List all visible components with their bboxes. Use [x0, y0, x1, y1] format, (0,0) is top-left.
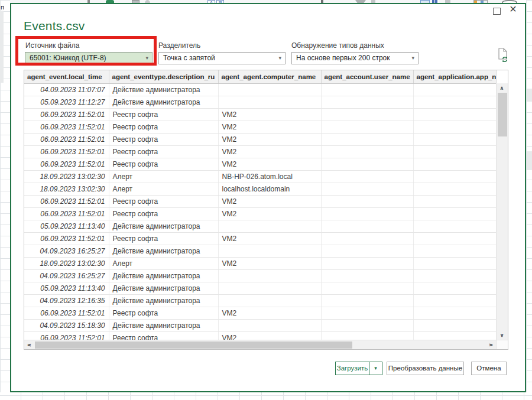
table-cell: 06.09.2023 11:52:01 [24, 145, 109, 158]
table-cell: VM2 [218, 207, 321, 220]
table-cell: 04.09.2023 15:18:30 [24, 319, 109, 331]
close-icon: ✕ [509, 4, 517, 14]
preview-table: agent_event.local_timeagent_eventtype.de… [24, 70, 497, 344]
table-cell: VM2 [218, 195, 321, 207]
table-cell [321, 257, 413, 269]
excel-grid-bottom [0, 392, 532, 400]
table-cell [321, 245, 413, 257]
maximize-button[interactable] [493, 8, 501, 15]
file-origin-value: 65001: Юникод (UTF-8) [30, 54, 106, 62]
table-cell: Действие администратора [109, 319, 218, 331]
load-split-arrow-button[interactable]: ▾ [369, 362, 382, 375]
table-cell: 06.09.2023 11:52:01 [24, 195, 109, 207]
table-cell: VM2 [218, 121, 321, 133]
table-cell: Реестр софта [109, 133, 218, 145]
file-origin-dropdown[interactable]: 65001: Юникод (UTF-8) ▾ [25, 52, 153, 64]
table-cell: Действие администратора [109, 96, 218, 108]
table-row: 06.09.2023 11:52:01Реестр софтаVM2 [24, 133, 496, 145]
table-cell [413, 96, 496, 108]
refresh-file-icon [497, 48, 509, 62]
table-cell [218, 96, 321, 108]
table-row: 06.09.2023 11:52:01Реестр софтаVM2 [24, 195, 496, 207]
table-cell [413, 232, 496, 245]
transform-data-button[interactable]: Преобразовать данные [387, 362, 464, 375]
table-cell [321, 207, 413, 220]
vertical-scrollbar-thumb[interactable] [498, 93, 507, 136]
table-cell: Реестр софта [109, 158, 218, 170]
table-cell: Действие администратора [109, 269, 218, 282]
table-cell: Действие администратора [109, 83, 218, 96]
table-cell [413, 207, 496, 220]
chevron-down-icon: ▾ [411, 53, 414, 64]
table-cell [321, 195, 413, 207]
table-cell: 06.09.2023 11:52:01 [24, 121, 109, 133]
table-cell [413, 245, 496, 257]
horizontal-scrollbar[interactable]: ∧ ∧ [24, 340, 496, 349]
header-row: agent_event.local_timeagent_eventtype.de… [24, 70, 496, 83]
scroll-right-icon[interactable]: ∧ [486, 340, 496, 350]
table-row: 06.09.2023 11:52:01Реестр софтаVM2 [24, 307, 496, 319]
table-row: 04.09.2023 12:16:35Действие администрато… [24, 294, 496, 307]
preview-table-container: agent_event.local_timeagent_eventtype.de… [24, 70, 508, 350]
table-cell [413, 158, 496, 170]
table-cell: localhost.localdomain [218, 183, 321, 195]
excel-cell-shaded [527, 151, 532, 170]
table-cell: 06.09.2023 11:52:01 [24, 207, 109, 220]
table-cell: Действие администратора [109, 282, 218, 294]
table-cell: Реестр софта [109, 307, 218, 319]
table-cell [321, 108, 413, 121]
table-cell: 06.09.2023 11:52:01 [24, 307, 109, 319]
table-cell [321, 220, 413, 232]
table-cell: 06.09.2023 11:52:01 [24, 232, 109, 245]
table-cell: VM2 [218, 145, 321, 158]
scroll-up-icon[interactable]: ∧ [497, 83, 507, 93]
table-cell: VM2 [218, 158, 321, 170]
table-cell: 04.09.2023 16:25:27 [24, 269, 109, 282]
table-cell: Реестр софта [109, 108, 218, 121]
table-cell: VM2 [218, 108, 321, 121]
table-cell: Реестр софта [109, 145, 218, 158]
table-row: 18.09.2023 13:02:30АлертVM2 [24, 257, 496, 269]
table-cell [321, 319, 413, 331]
table-cell: 05.09.2023 11:13:40 [24, 282, 109, 294]
load-button[interactable]: Загрузить [335, 362, 369, 375]
table-cell [321, 183, 413, 195]
table-row: 04.09.2023 16:25:27Действие администрато… [24, 269, 496, 282]
table-cell [218, 245, 321, 257]
scrollbar-corner [496, 340, 508, 349]
column-header: agent_agent.computer_name [218, 70, 321, 83]
table-cell [218, 319, 321, 331]
table-cell [218, 294, 321, 307]
type-detection-dropdown[interactable]: На основе первых 200 строк ▾ [291, 52, 419, 64]
table-cell [321, 294, 413, 307]
table-cell [321, 269, 413, 282]
table-cell: VM2 [218, 133, 321, 145]
table-cell [413, 108, 496, 121]
table-row: 04.09.2023 11:07:07Действие администрато… [24, 83, 496, 96]
table-cell [413, 294, 496, 307]
vertical-scrollbar[interactable]: ∧ ∧ [496, 83, 508, 340]
table-cell [413, 307, 496, 319]
table-cell: VM2 [218, 307, 321, 319]
table-cell: 18.09.2023 13:02:30 [24, 257, 109, 269]
table-cell: 05.09.2023 11:12:27 [24, 96, 109, 108]
table-cell [321, 96, 413, 108]
horizontal-scrollbar-thumb[interactable] [35, 342, 352, 349]
table-cell: Алерт [109, 257, 218, 269]
column-header: agent_application.app_nam [413, 70, 496, 83]
delimiter-dropdown[interactable]: Точка с запятой ▾ [158, 52, 286, 64]
column-header: agent_event.local_time [24, 70, 109, 83]
scroll-left-icon[interactable]: ∧ [24, 340, 34, 350]
preview-table-body: 04.09.2023 11:07:07Действие администрато… [24, 83, 496, 344]
table-row: 05.09.2023 11:12:27Действие администрато… [24, 96, 496, 108]
table-cell [413, 195, 496, 207]
excel-grid-right [526, 0, 532, 400]
table-cell: 18.09.2023 13:02:30 [24, 170, 109, 183]
refresh-preview-button[interactable] [497, 48, 509, 62]
scroll-down-icon[interactable]: ∧ [497, 331, 507, 340]
close-button[interactable]: ✕ [507, 3, 519, 16]
cancel-button[interactable]: Отмена [471, 362, 507, 375]
table-cell: Реестр софта [109, 195, 218, 207]
page-title: Events.csv [24, 19, 85, 33]
table-cell: 04.09.2023 12:16:35 [24, 294, 109, 307]
